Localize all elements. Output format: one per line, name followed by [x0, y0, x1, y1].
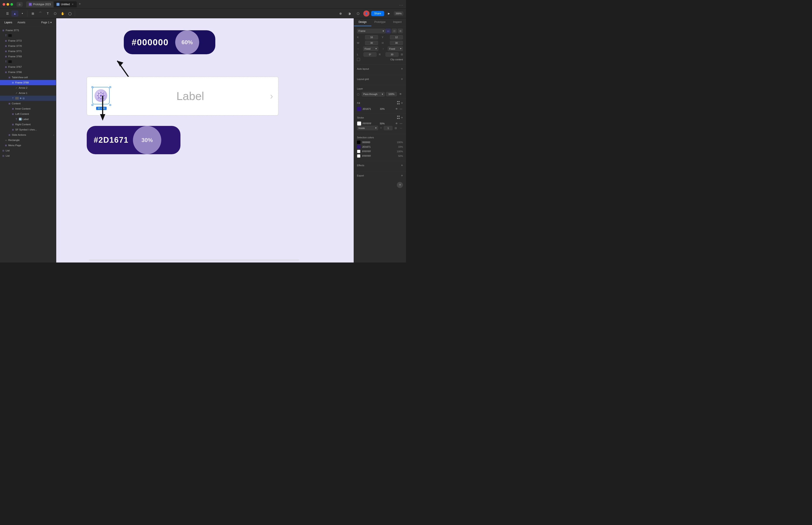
tab-design[interactable]: Design	[354, 18, 371, 26]
stroke-width-input[interactable]	[384, 126, 393, 130]
opacity-input[interactable]	[386, 92, 397, 96]
layer-frame3771[interactable]: ⊞ Frame 3771	[0, 28, 56, 33]
resize-handle-bl[interactable]	[91, 104, 93, 106]
layer-frame3771b[interactable]: ⊞ Frame 3771	[0, 48, 56, 54]
select-tool-2[interactable]: ▾	[19, 11, 26, 17]
more-button[interactable]: ...	[399, 2, 403, 6]
page-selector[interactable]: Page 1 ▾	[40, 20, 54, 25]
layer-textlayer[interactable]: T 👁 ⊡	[0, 96, 56, 101]
layer-content[interactable]: ⊞ Content	[0, 101, 56, 106]
w-input[interactable]	[365, 41, 378, 45]
tab-inspect[interactable]: Inspect	[388, 18, 406, 26]
layer-sfsymbol[interactable]: ⊞ SF Symbol / chev...	[0, 127, 56, 132]
canvas[interactable]: #000000 60%	[56, 18, 354, 262]
stroke-more-btn[interactable]: ···	[399, 126, 403, 130]
sel-swatch-0[interactable]	[357, 140, 360, 144]
fill-remove-icon[interactable]: —	[399, 107, 403, 111]
sel-swatch-3[interactable]	[357, 154, 360, 158]
zoom-level[interactable]: 399%	[394, 11, 403, 16]
radius-input[interactable]	[385, 52, 399, 57]
layer-rightcontent[interactable]: ⊞ Right Content	[0, 122, 56, 127]
tab-add-button[interactable]: +	[77, 1, 83, 6]
stroke-corner-btn[interactable]: ⊟	[394, 126, 398, 130]
layer-labellayer[interactable]: T 🔤 Label	[0, 117, 56, 122]
h-input[interactable]	[390, 41, 403, 45]
sel-swatch-2[interactable]	[357, 150, 360, 153]
layer-frame3767[interactable]: ⊞ Frame 3767	[0, 64, 56, 70]
fixed-v-dropdown[interactable]: Fixed ▾	[388, 46, 403, 51]
share-button[interactable]: Share	[371, 11, 384, 16]
layer-innercontent[interactable]: ⊞ Inner Content	[0, 106, 56, 111]
stroke-swatch[interactable]	[357, 121, 361, 126]
layer-frame3769[interactable]: ⊞ Frame 3769	[0, 54, 56, 59]
resize-handle-br[interactable]	[109, 104, 111, 106]
layers-tab[interactable]: Layers	[3, 20, 14, 25]
tab-close-button[interactable]: ✕	[71, 3, 74, 6]
y-input[interactable]	[390, 35, 403, 40]
assets-tab[interactable]: Assets	[16, 20, 27, 25]
x-input[interactable]	[365, 35, 378, 40]
layer-arrow2[interactable]: ✓ Arrow 2	[0, 85, 56, 90]
tab-prototype[interactable]: P Prototype 2023	[26, 1, 54, 7]
layer-leftcontent[interactable]: ⊞ Left Content	[0, 111, 56, 117]
comment-tool[interactable]: ◯	[67, 11, 73, 17]
resize-handle-tr[interactable]	[109, 86, 111, 88]
home-button[interactable]: ⌂	[17, 2, 23, 7]
layer-frame3770[interactable]: ⊞ Frame 3770	[0, 43, 56, 48]
stroke-add[interactable]: +	[401, 116, 403, 120]
frame-btn-rect[interactable]: ▭	[385, 29, 391, 33]
layer-frame3772[interactable]: ⊞ Frame 3772	[0, 38, 56, 43]
stroke-grid-icon[interactable]	[397, 116, 400, 120]
layer-text2[interactable]: T	[0, 59, 56, 64]
layer-slideactions[interactable]: ⊞ Slide Actions ↓	[0, 132, 56, 137]
layout-grid-add[interactable]: +	[401, 77, 403, 81]
layer-arrow1[interactable]: ↗ Arrow 1	[0, 90, 56, 96]
layer-tableviewcell[interactable]: ⊞ TableView-cell	[0, 75, 56, 80]
fixed-h-dropdown[interactable]: Fixed ▾	[363, 46, 378, 51]
hand-tool[interactable]: ✋	[59, 11, 66, 17]
user-avatar[interactable]: 👤	[363, 11, 369, 17]
menu-tool[interactable]: ☰	[4, 11, 11, 17]
select-tool[interactable]: ▲	[11, 11, 18, 17]
pen-tool[interactable]: ⌒	[37, 11, 44, 17]
layer-menupage[interactable]: ⊞ Menu Page	[0, 143, 56, 148]
layer-list2[interactable]: ⊟ List	[0, 153, 56, 159]
component-icon-btn[interactable]: ⬡	[355, 11, 361, 17]
frame-dropdown[interactable]: Frame ▾	[357, 29, 385, 33]
fill-visible-icon[interactable]: 👁	[395, 107, 399, 111]
play-button[interactable]: ▶	[386, 11, 392, 17]
theme-icon[interactable]: ◑	[346, 11, 353, 17]
fill-swatch[interactable]	[357, 107, 361, 111]
stroke-remove-icon[interactable]: —	[399, 122, 403, 125]
auto-layout-add[interactable]: +	[401, 67, 403, 71]
frame-btn-auto[interactable]: ⊡	[392, 29, 397, 33]
fullscreen-traffic-light[interactable]	[11, 3, 13, 6]
export-add[interactable]: +	[401, 174, 403, 178]
fill-grid-icon[interactable]	[397, 101, 400, 105]
layer-list1[interactable]: ⊟ List	[0, 148, 56, 153]
clip-checkbox[interactable]	[357, 58, 360, 61]
minimize-traffic-light[interactable]	[6, 3, 9, 6]
tab-prototype[interactable]: Prototype	[371, 18, 389, 26]
layer-text1[interactable]: T	[0, 33, 56, 38]
frame-tool[interactable]: ⊞	[29, 11, 36, 17]
help-button[interactable]: ?	[397, 182, 403, 188]
frame-btn-more[interactable]: ⊞	[398, 29, 403, 33]
close-traffic-light[interactable]	[3, 3, 5, 6]
sel-swatch-1[interactable]	[357, 145, 360, 149]
text-tool[interactable]: T	[44, 11, 51, 17]
effects-add[interactable]: +	[401, 163, 403, 167]
visibility-toggle[interactable]: 👁	[398, 92, 403, 96]
canvas-scrollbar[interactable]	[89, 259, 299, 261]
fill-icon[interactable]: ⊕	[337, 11, 344, 17]
fill-add[interactable]: +	[401, 101, 403, 105]
layer-frame3768[interactable]: ⊞ Frame 3768	[0, 80, 56, 85]
layer-rectangle[interactable]: ▭ Rectangle	[0, 137, 56, 143]
layer-frame3766[interactable]: ⊞ Frame 3766	[0, 70, 56, 75]
shape-tool[interactable]: ⬡	[51, 11, 59, 17]
stroke-visible-icon[interactable]: 👁	[395, 122, 399, 125]
stroke-pos-dropdown[interactable]: Inside ▾	[357, 126, 378, 130]
rot-input[interactable]	[364, 52, 377, 57]
tab-untitled[interactable]: U Untitled ✕	[54, 1, 77, 7]
blend-mode-dropdown[interactable]: Pass through ▾	[362, 92, 385, 96]
